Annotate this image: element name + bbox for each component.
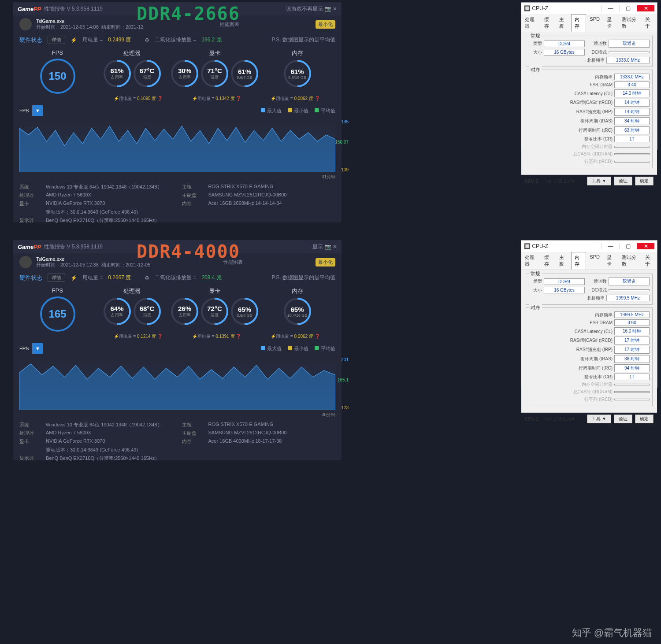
fps-chart: 201 165.1 123 (19, 357, 335, 410)
report-label: 性能报告 (44, 5, 65, 13)
spec-cpu: AMD Ryzen 7 5800X (46, 430, 91, 437)
game-icon (19, 256, 32, 268)
cpuz-general-group: 常规 类型DDR4通道数双通道 大小16 GBytesDC模式 北桥频率1333… (526, 36, 653, 67)
fps-chart: 195 150.37 109 (19, 119, 335, 172)
chart-header: FPS ▼ 最大值最小值平均值 (13, 104, 342, 118)
validate-button[interactable]: 验证 (614, 415, 632, 423)
gpu-mem-gauge: 65%5.6/8 GB (231, 298, 258, 325)
maximize-icon[interactable]: ▢ (619, 243, 637, 249)
power-row: ⚡用电量 = 0.1095 度 ❓ ⚡用电量 = 0.1342 度 ❓ ⚡用电量… (13, 94, 342, 104)
minimize-button[interactable]: 最小化 (316, 20, 335, 29)
chart-avg: 150.37 (335, 140, 349, 144)
trc: 94 时钟 (614, 364, 650, 372)
trp: 17 时钟 (614, 346, 650, 354)
chart-max: 201 (341, 357, 349, 362)
mem-channels: 双通道 (609, 40, 650, 48)
nb-freq: 1333.0 MHz (606, 57, 650, 63)
tab-about[interactable]: 关于 (642, 252, 657, 270)
tab-spd[interactable]: SPD (586, 14, 603, 32)
command-rate: 1T (614, 136, 650, 142)
tab-bench[interactable]: 测试分数 (618, 14, 642, 32)
gpu-usage-gauge: 26%占用率 (171, 298, 198, 325)
tab-memory[interactable]: 内存 (571, 252, 587, 270)
ok-button[interactable]: 确定 (635, 177, 654, 185)
close-icon[interactable]: ✕ (637, 5, 654, 11)
cpuz-version: Ver. 1.96.1.x64 (545, 179, 574, 184)
fps-title: FPS (22, 49, 93, 56)
exe-name: TslGame.exe (36, 19, 143, 24)
chart-dropdown[interactable]: ▼ (32, 343, 43, 354)
chart-min: 109 (341, 167, 349, 172)
fsb-dram: 3:40 (614, 81, 650, 88)
tools-button[interactable]: 工具 ▼ (587, 177, 611, 185)
gpu-power: 0.1391 度 (215, 334, 234, 339)
mem-channels: 双通道 (609, 278, 650, 285)
tab-graphics[interactable]: 显卡 (603, 252, 619, 270)
tab-spd[interactable]: SPD (586, 252, 603, 270)
cpuz-timing-group: 时序 内存频率1999.5 MHz FSB:DRAM3:60 CAS# Late… (526, 307, 653, 406)
maximize-icon[interactable]: ▢ (619, 5, 637, 11)
spec-gpu: NVIDIA GeForce RTX 3070 (46, 438, 105, 445)
spec-gpu: NVIDIA GeForce RTX 3070 (46, 200, 105, 207)
close-icon[interactable]: ✕ (333, 244, 337, 250)
cpu-temp-gauge: 68°C温度 (134, 298, 161, 325)
tab-bench[interactable]: 测试分数 (618, 252, 642, 270)
camera-icon[interactable]: 📷 (325, 6, 331, 12)
no-display-toggle[interactable]: 该游戏不再显示 (286, 5, 323, 13)
start-time: 2021-12-05 14:08 (60, 24, 99, 30)
spec-mon: BenQ BenQ EX2710Q（分辨率:2560×1440 165Hz） (46, 455, 160, 462)
spec-mon: BenQ BenQ EX2710Q（分辨率:2560×1440 165Hz） (46, 217, 160, 224)
tab-about[interactable]: 关于 (642, 14, 657, 32)
tab-cache[interactable]: 缓存 (541, 14, 556, 32)
cpu-power: 0.1214 度 (137, 334, 156, 339)
spec-drv: 驱动版本：30.0.14.9649 (GeForce 496.49) (46, 209, 138, 215)
gamepp-logo: GamePP (18, 6, 41, 12)
spec-drv: 30.0.14.9649 (GeForce 496.49) (70, 447, 138, 452)
cpuz-version: Ver. 1.96.1.x64 (545, 417, 574, 422)
close-icon[interactable]: ✕ (333, 6, 337, 12)
ok-button[interactable]: 确定 (635, 415, 654, 423)
co2-icon: ♻ (145, 37, 149, 43)
spec-os: Windows 10 专业版 64位 19042.1348（19042.1348… (46, 184, 162, 190)
chart-duration: 30分钟 (13, 412, 342, 418)
cpuz-footer: CPU-Z Ver. 1.96.1.x64 工具 ▼ 验证 确定 (521, 412, 657, 425)
no-display-toggle[interactable]: 显示 (312, 243, 323, 251)
co2-value: 196.2 克 (201, 36, 221, 44)
chart-dropdown[interactable]: ▼ (32, 105, 43, 116)
mem-freq: 1999.5 MHz (614, 311, 650, 318)
tools-button[interactable]: 工具 ▼ (587, 415, 611, 423)
tab-cache[interactable]: 缓存 (541, 252, 556, 270)
cpuz-titlebar[interactable]: 🔲 CPU-Z —▢✕ (521, 3, 657, 14)
cas-latency: 14.0 时钟 (614, 89, 650, 97)
hw-status-row: 硬件状态 详情 ⚡用电量 = 0.2499 度 ♻二氧化碳排放量 = 196.2… (13, 33, 342, 47)
cpuz-titlebar[interactable]: 🔲 CPU-Z —▢✕ (521, 241, 657, 252)
tab-mainboard[interactable]: 主板 (556, 252, 571, 270)
detail-button[interactable]: 详情 (48, 274, 65, 282)
overlay-title-2: DDR4-4000 (137, 241, 240, 262)
tab-cpu[interactable]: 处理器 (521, 14, 541, 32)
trcd: 14 时钟 (614, 99, 650, 107)
tab-cpu[interactable]: 处理器 (521, 252, 541, 270)
specs-grid: 系统Windows 10 专业版 64位 19042.1348（19042.13… (13, 180, 342, 227)
minimize-icon[interactable]: — (602, 243, 619, 249)
minimize-button[interactable]: 最小化 (316, 258, 335, 266)
fps-gauge: 150 (40, 59, 75, 94)
tab-memory[interactable]: 内存 (571, 14, 587, 32)
spec-cpu: AMD Ryzen 7 5800X (46, 192, 91, 199)
minimize-icon[interactable]: — (602, 5, 619, 11)
camera-icon[interactable]: 📷 (325, 244, 331, 250)
co2-icon: ♻ (145, 275, 149, 281)
cpuz-window-1: 🔲 CPU-Z —▢✕ 处理器缓存主板内存SPD显卡测试分数关于 常规 类型DD… (521, 2, 657, 150)
chart-max: 195 (341, 119, 349, 124)
close-icon[interactable]: ✕ (637, 243, 654, 249)
detail-button[interactable]: 详情 (48, 36, 65, 44)
overlay-title-1: DDR4-2666 (137, 4, 240, 24)
spec-ram: Acer 16GB 4000MHz 18-17-17-38 (208, 438, 282, 445)
fsb-dram: 3:60 (614, 319, 650, 326)
gpu-mem-gauge: 61%5.6/8 GB (231, 60, 258, 87)
validate-button[interactable]: 验证 (614, 177, 632, 185)
trcd: 17 时钟 (614, 337, 650, 344)
tab-graphics[interactable]: 显卡 (603, 14, 619, 32)
tab-mainboard[interactable]: 主板 (556, 14, 571, 32)
spec-ram: Acer 16GB 2668MHz 14-14-14-34 (208, 200, 282, 207)
